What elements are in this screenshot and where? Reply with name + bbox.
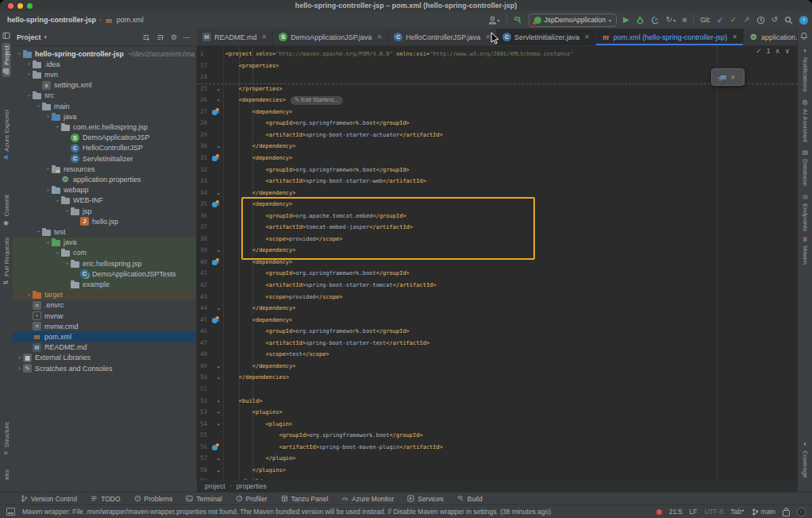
code-line[interactable]: 52▾ <build>	[197, 396, 798, 408]
tool-window-button-profiler[interactable]: Profiler	[236, 495, 267, 503]
code-line[interactable]: 32 <groupId>org.springframework.boot</gr…	[197, 164, 798, 176]
chevron-collapsed-icon[interactable]: ›	[25, 60, 33, 68]
line-number[interactable]: 47	[200, 338, 207, 350]
fold-marker-icon[interactable]: ▴	[217, 83, 220, 95]
tool-window-button-database[interactable]: ▤Database	[801, 146, 810, 188]
tool-window-button-terminal[interactable]: Terminal	[186, 495, 221, 503]
line-number[interactable]: 45	[200, 315, 207, 327]
project-tree-item[interactable]: ›test	[13, 226, 197, 237]
line-number[interactable]: 38	[200, 234, 207, 245]
close-icon[interactable]: ✕	[730, 74, 736, 81]
close-window-button[interactable]	[8, 3, 13, 9]
line-number[interactable]: 25	[200, 83, 207, 95]
profiler-button[interactable]	[651, 16, 660, 25]
chevron-expanded-icon[interactable]: ›	[63, 207, 71, 215]
tool-window-button-services[interactable]: Services	[407, 495, 444, 503]
line-number[interactable]: 52	[200, 396, 207, 408]
close-tab-icon[interactable]: ✕	[377, 33, 383, 41]
line-number[interactable]: 44	[200, 303, 207, 315]
tool-window-button-project[interactable]: Project	[2, 43, 11, 77]
breadcrumb-segment[interactable]: project	[205, 482, 225, 490]
project-tree-item[interactable]: ›webapp	[13, 185, 197, 195]
lock-icon[interactable]	[783, 510, 790, 516]
line-number[interactable]: 41	[200, 268, 207, 280]
tool-window-button-azure-explorer[interactable]: AAzure Explorer	[2, 107, 11, 162]
code-line[interactable]: 25▴ </properties>	[197, 83, 798, 95]
chevron-expanded-icon[interactable]: ›	[54, 249, 61, 257]
minimize-window-button[interactable]	[17, 3, 23, 9]
code-line[interactable]: 39▴ </dependency>	[197, 245, 798, 257]
project-panel-title[interactable]: Project	[17, 33, 41, 41]
project-tree-item[interactable]: ›java	[13, 111, 197, 122]
project-tree-item[interactable]: ›com	[13, 248, 197, 258]
dependency-gutter-icon[interactable]	[212, 260, 217, 265]
line-number[interactable]: 29	[200, 130, 207, 141]
maven-reload-popup[interactable]: m ✕	[711, 68, 745, 86]
project-tree-item[interactable]: ›hello-spring-controller-jsp~/dev2/azure…	[13, 48, 197, 59]
code-line[interactable]: 46 <groupId>org.springframework.boot</gr…	[197, 326, 798, 338]
hide-panel-icon[interactable]: —	[183, 33, 190, 41]
code-editor[interactable]: 2<project xmlns="http://maven.apache.org…	[197, 46, 798, 480]
dependency-gutter-icon[interactable]	[212, 110, 217, 115]
dependency-gutter-icon[interactable]	[212, 202, 217, 207]
tool-window-button-problems[interactable]: Problems	[134, 495, 173, 503]
line-number[interactable]: 56	[200, 442, 207, 454]
code-line[interactable]: 24	[197, 72, 798, 84]
fold-marker-icon[interactable]: ▴	[217, 303, 220, 315]
inspections-widget[interactable]: ✓ 1 ∧ ∨	[756, 47, 790, 55]
code-line[interactable]: 41 <groupId>org.springframework.boot</gr…	[197, 268, 798, 280]
editor-tab[interactable]: SDemoApplicationJSP.java✕	[273, 29, 388, 45]
code-line[interactable]: 51	[197, 384, 798, 396]
line-number[interactable]: 48	[200, 349, 207, 361]
editor-tab[interactable]: CServletInitializer.java✕	[497, 29, 596, 45]
history-button[interactable]	[756, 16, 765, 25]
code-line[interactable]: 40▾ <dependency>	[197, 257, 798, 269]
fold-marker-icon[interactable]: ▴	[217, 187, 220, 199]
build-project-button[interactable]	[514, 16, 522, 25]
code-line[interactable]: 53▾ <plugins>	[197, 407, 798, 419]
line-number[interactable]: 17	[200, 60, 207, 72]
code-line[interactable]: 58▴ </plugins>	[197, 465, 798, 477]
fold-marker-icon[interactable]: ▾	[217, 106, 220, 118]
close-tab-icon[interactable]: ✕	[485, 33, 491, 41]
chevron-expanded-icon[interactable]: ›	[44, 165, 52, 172]
code-line[interactable]: 28 <groupId>org.springframework.boot</gr…	[197, 118, 798, 130]
project-tree-item[interactable]: ›src	[13, 91, 197, 101]
line-number[interactable]: 49	[200, 361, 207, 373]
code-line[interactable]: 54▾ <plugin>	[197, 419, 798, 431]
close-tab-icon[interactable]: ✕	[262, 33, 267, 41]
project-tree-item[interactable]: CServletInitializer	[13, 153, 197, 164]
project-tree-item[interactable]: ›com.eric.hellospring.jsp	[13, 122, 197, 132]
project-tree-item[interactable]: MREADME.md	[13, 342, 197, 353]
tool-window-button-ai-assistant[interactable]: @AI Assistant	[801, 97, 810, 145]
chevron-down-icon[interactable]: ▾	[44, 34, 48, 41]
chevron-expanded-icon[interactable]: ›	[35, 102, 42, 110]
run-button[interactable]: ▶	[623, 16, 629, 24]
gear-icon[interactable]: ⚙	[171, 33, 177, 41]
line-separator[interactable]: LF	[690, 508, 698, 516]
line-number[interactable]: 31	[200, 153, 207, 164]
code-line[interactable]: 34▴ </dependency>	[197, 187, 798, 199]
code-line[interactable]: 44▴ </dependency>	[197, 303, 798, 315]
project-tree-item[interactable]: xsettings.xml	[13, 80, 197, 91]
line-number[interactable]: 40	[200, 257, 207, 269]
fold-marker-icon[interactable]: ▴	[217, 361, 220, 373]
fold-marker-icon[interactable]: ▾	[217, 407, 220, 419]
line-number[interactable]: 36	[200, 211, 207, 222]
code-line[interactable]: 47 <artifactId>spring-boot-starter-test<…	[197, 338, 798, 350]
collapse-all-icon[interactable]	[156, 33, 164, 41]
project-tree-item[interactable]: ≡.envrc	[13, 300, 197, 311]
fold-marker-icon[interactable]: ▴	[217, 453, 220, 465]
line-number[interactable]: 30	[200, 141, 207, 153]
chevron-expanded-icon[interactable]: ›	[35, 228, 42, 235]
fold-marker-icon[interactable]: ▴	[217, 141, 220, 153]
tool-windows-icon[interactable]	[2, 32, 10, 40]
project-tree-item[interactable]: CHelloControllerJSP	[13, 143, 197, 153]
project-tree-item[interactable]: ›eric.hellospring.jsp	[13, 258, 197, 269]
line-number[interactable]: 53	[200, 407, 207, 419]
tool-window-button-maven[interactable]: mMaven	[801, 234, 810, 267]
code-line[interactable]: 31▾ <dependency>	[197, 153, 798, 164]
editor-tab[interactable]: MREADME.md✕	[197, 29, 273, 45]
line-number[interactable]: 51	[200, 384, 207, 396]
line-number[interactable]: 27	[200, 106, 207, 118]
